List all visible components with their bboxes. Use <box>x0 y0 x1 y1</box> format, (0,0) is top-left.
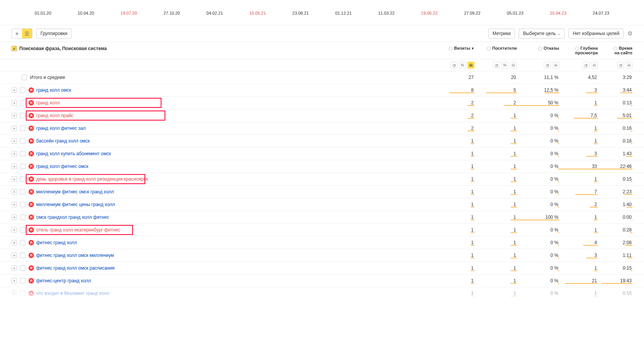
expand-button[interactable]: + <box>12 240 17 245</box>
cell-visits: 1 <box>440 265 474 271</box>
bars-icon[interactable]: ılı <box>510 62 517 69</box>
groupings-button[interactable]: Группировки <box>36 29 72 39</box>
checkbox[interactable] <box>20 113 25 118</box>
search-phrase-link[interactable]: день здоровья в гранд холл резиденция кр… <box>36 176 148 182</box>
expand-button[interactable]: + <box>12 227 17 233</box>
cell-visitors: 1 <box>474 189 517 194</box>
cell-depth: 21 <box>559 278 598 283</box>
percent-icon[interactable]: % <box>501 62 508 69</box>
cell-time: 1:40 <box>598 202 632 207</box>
pie-icon[interactable]: ◔ <box>451 62 457 69</box>
cell-time: 2:23 <box>598 189 632 194</box>
pie-icon[interactable]: ◔ <box>493 62 500 69</box>
pie-icon[interactable]: ◔ <box>617 62 624 69</box>
checkbox[interactable] <box>20 138 25 144</box>
search-phrase-link[interactable]: гранд холл фитнес зал <box>36 126 86 131</box>
timeline-axis: 01.01.2010.04.2019.07.2027.10.2004.02.21… <box>0 0 644 25</box>
search-phrase-link[interactable]: миллениум фитнес цены гранд холл <box>36 202 115 207</box>
axis-tick: 15.05.21 <box>249 11 266 15</box>
search-phrase-link[interactable]: миллениум фитнес омск гранд холл <box>36 189 114 194</box>
table-row: +Ягранд холл омск8512,5 %33:44 <box>0 84 644 97</box>
search-phrase-link[interactable]: омск грандхол гранд холл фитнес <box>36 215 109 220</box>
cell-visitors: 1 <box>474 215 517 220</box>
search-phrase-link[interactable]: фитнес-центр гранд холл <box>36 278 91 283</box>
search-phrase-link[interactable]: фитнес гранд холл омск расписание <box>36 265 115 271</box>
pie-icon[interactable]: ◔ <box>582 62 589 69</box>
check-icon[interactable]: ✓ <box>12 46 17 51</box>
search-phrase-link[interactable]: гранд холл омск <box>36 87 71 93</box>
cell-depth: 3 <box>559 253 598 258</box>
select-goal-button[interactable]: Выберите цель⌄ <box>519 29 565 39</box>
total-refusals: 11,1 % <box>517 75 559 80</box>
view-tree-button[interactable]: ☰ <box>22 29 32 38</box>
col-visitors[interactable]: Посетители <box>474 46 517 57</box>
expand-button[interactable]: + <box>12 189 17 194</box>
metrics-button[interactable]: Метрики <box>488 29 515 39</box>
expand-button[interactable]: + <box>12 164 17 169</box>
col-time[interactable]: Времяна сайте <box>598 46 632 57</box>
bars-icon[interactable]: ılı <box>626 62 632 69</box>
expand-button[interactable]: + <box>12 291 17 296</box>
search-phrase-link[interactable]: гранд холл фитнес омск <box>36 164 88 169</box>
pie-icon[interactable]: ◔ <box>544 62 551 69</box>
expand-button[interactable]: + <box>12 151 17 156</box>
checkbox[interactable] <box>20 87 25 93</box>
expand-button[interactable]: + <box>12 202 17 207</box>
expand-button[interactable]: + <box>12 278 17 283</box>
col-refusals[interactable]: Отказы <box>517 46 559 57</box>
no-favorites-button[interactable]: Нет избранных целей <box>568 29 624 39</box>
checkbox[interactable] <box>22 75 27 80</box>
view-list-button[interactable]: ≡ <box>12 29 22 38</box>
expand-button[interactable]: + <box>12 176 17 182</box>
checkbox[interactable] <box>20 202 25 207</box>
checkbox[interactable] <box>20 176 25 182</box>
checkbox[interactable] <box>20 189 25 194</box>
bars-icon[interactable]: ılı <box>552 62 559 69</box>
expand-button[interactable]: + <box>12 265 17 271</box>
checkbox[interactable] <box>20 227 25 233</box>
percent-icon[interactable]: % <box>459 62 466 69</box>
cell-depth: 1 <box>559 265 598 271</box>
checkbox[interactable] <box>20 100 25 106</box>
search-phrase-link[interactable]: что входит в безлимит гранд холл <box>36 291 109 296</box>
checkbox[interactable] <box>20 278 25 283</box>
checkbox[interactable] <box>20 215 25 220</box>
checkbox[interactable] <box>20 240 25 245</box>
cell-refusals: 0 % <box>517 176 559 182</box>
cell-refusals: 0 % <box>517 126 559 131</box>
cell-depth: 4 <box>559 240 598 245</box>
col-depth[interactable]: Глубинапросмотра <box>559 46 598 57</box>
checkbox[interactable] <box>20 291 25 296</box>
expand-button[interactable]: + <box>12 253 17 258</box>
checkbox[interactable] <box>20 126 25 131</box>
search-phrase-link[interactable]: отель гранд холл екатеринбург фитнес <box>36 227 120 233</box>
axis-tick: 19.06.22 <box>421 11 438 15</box>
expand-button[interactable]: + <box>12 215 17 220</box>
search-phrase-link[interactable]: гранд холл прайс <box>36 113 74 118</box>
axis-tick: 15.04.23 <box>550 11 567 15</box>
expand-button[interactable]: + <box>12 113 17 118</box>
checkbox[interactable] <box>20 265 25 271</box>
expand-button[interactable]: + <box>12 87 17 93</box>
gear-icon[interactable]: ⚙ <box>627 30 632 37</box>
search-phrase-link[interactable]: гранд холл купить абонемент омск <box>36 151 111 156</box>
yandex-icon: Я <box>29 227 34 233</box>
search-phrase-link[interactable]: фитнес гранд холл омск миллениум <box>36 253 114 258</box>
checkbox[interactable] <box>20 164 25 169</box>
cell-refusals: 0 % <box>517 113 559 118</box>
yandex-icon: Я <box>29 164 34 169</box>
cell-depth: 33 <box>559 164 598 169</box>
checkbox[interactable] <box>20 151 25 156</box>
expand-button[interactable]: + <box>12 126 17 131</box>
search-phrase-link[interactable]: бассейн гранд холл омск <box>36 138 90 144</box>
cell-time: 0:16 <box>598 126 632 131</box>
col-visits[interactable]: Визиты▼ <box>440 46 474 57</box>
search-phrase-link[interactable]: гранд холл <box>36 100 60 106</box>
checkbox[interactable] <box>20 253 25 258</box>
bars-icon[interactable]: ılı <box>467 62 474 69</box>
cell-visits: 2 <box>440 113 474 118</box>
expand-button[interactable]: + <box>12 100 17 106</box>
expand-button[interactable]: + <box>12 138 17 144</box>
search-phrase-link[interactable]: фитнес гранд холл <box>36 240 77 245</box>
bars-icon[interactable]: ılı <box>591 62 598 69</box>
